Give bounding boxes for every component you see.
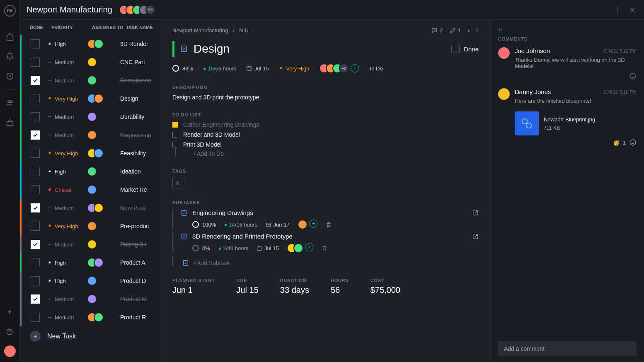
task-assigned[interactable] — [87, 221, 120, 231]
stat-subtasks[interactable]: 2 — [467, 27, 479, 34]
task-row[interactable]: Medium Product R — [20, 308, 160, 326]
planning-item[interactable]: DURATION 33 days — [280, 278, 309, 295]
col-priority[interactable]: PRIORITY — [51, 25, 92, 30]
done-checkbox[interactable] — [31, 240, 40, 249]
done-checkbox[interactable] — [31, 294, 40, 304]
done-checkbox[interactable] — [31, 130, 40, 140]
breadcrumb-id[interactable]: N-6 — [239, 27, 248, 34]
task-priority[interactable]: Very High — [47, 150, 87, 157]
add-assignee-button[interactable]: + — [351, 64, 359, 72]
task-priority[interactable]: Medium — [47, 205, 87, 211]
planning-item[interactable]: PLANNED START Jun 1 — [172, 278, 215, 295]
task-row[interactable]: Medium Durability — [20, 108, 160, 126]
planning-item[interactable]: HOURS 56 — [331, 278, 349, 295]
people-icon[interactable] — [6, 99, 14, 107]
task-assigned[interactable] — [87, 239, 120, 249]
task-row[interactable]: Very High Feasibility — [20, 144, 160, 162]
subtask-hours[interactable]: ● 2/40 hours — [218, 245, 248, 251]
task-priority[interactable]: Medium — [47, 296, 87, 302]
task-row[interactable]: High Product A — [20, 253, 160, 272]
delete-icon[interactable] — [326, 222, 332, 227]
subtask-assigned[interactable]: + — [298, 220, 317, 229]
task-row[interactable]: Very High Pre-produc — [20, 217, 160, 235]
done-checkbox[interactable] — [31, 39, 40, 48]
task-assigned[interactable] — [87, 75, 120, 85]
task-row[interactable]: Medium Engineering — [20, 126, 160, 144]
subtask-progress[interactable]: 100% — [202, 222, 216, 228]
task-row[interactable]: High Ideation — [20, 162, 160, 181]
task-priority[interactable]: High — [47, 278, 87, 284]
help-icon[interactable] — [6, 328, 14, 336]
meta-priority[interactable]: Very High — [278, 65, 309, 72]
briefcase-icon[interactable] — [6, 119, 14, 127]
task-priority[interactable]: Critical — [47, 187, 87, 193]
meta-status[interactable]: To Do — [369, 65, 383, 72]
clock-icon[interactable] — [6, 72, 14, 80]
delete-icon[interactable] — [322, 245, 327, 251]
done-checkbox[interactable] — [31, 222, 40, 231]
task-priority[interactable]: High — [47, 41, 87, 47]
task-priority[interactable]: Medium — [47, 132, 87, 138]
task-priority[interactable]: High — [47, 169, 87, 175]
done-checkbox[interactable] — [31, 313, 40, 322]
bell-icon[interactable] — [6, 52, 14, 60]
collapse-icon[interactable]: ›› — [498, 26, 637, 33]
plus-icon[interactable] — [6, 308, 14, 316]
user-avatar[interactable] — [4, 345, 16, 357]
task-row[interactable]: Medium CNC Part — [20, 53, 160, 71]
breadcrumb[interactable]: Newport Manufacturing / N-6 — [172, 27, 248, 34]
done-checkbox[interactable] — [31, 112, 40, 121]
add-assignee-button[interactable]: + — [305, 243, 313, 251]
task-row[interactable]: High Product D — [20, 272, 160, 290]
task-description[interactable]: Design and 3D print the prototype. — [172, 94, 479, 101]
add-comment-input[interactable]: Add a comment — [498, 341, 637, 356]
done-checkbox[interactable] — [31, 76, 40, 85]
task-assigned[interactable] — [87, 167, 120, 176]
task-assigned[interactable] — [87, 276, 120, 286]
attachment[interactable]: Newport Blueprint.jpg 711 KB — [515, 111, 637, 135]
task-assigned[interactable] — [87, 57, 120, 67]
task-priority[interactable]: Medium — [47, 59, 87, 65]
todo-checkbox[interactable] — [172, 142, 178, 147]
task-row[interactable]: Medium Compliance — [20, 71, 160, 89]
done-checkbox[interactable] — [31, 203, 40, 212]
task-row[interactable]: Critical Market Re — [20, 181, 160, 199]
task-assigned[interactable] — [87, 185, 120, 195]
subtask-hours[interactable]: ● 14/16 hours — [224, 222, 257, 228]
todo-checkbox[interactable] — [172, 132, 178, 138]
task-row[interactable]: High 3D Render — [20, 35, 160, 53]
task-priority[interactable]: Medium — [47, 77, 87, 84]
task-assigned[interactable] — [87, 258, 120, 268]
open-subtask-icon[interactable] — [472, 233, 479, 240]
stat-comments[interactable]: 2 — [431, 27, 443, 34]
task-priority[interactable]: High — [47, 260, 87, 266]
app-logo[interactable]: PM — [4, 5, 16, 17]
add-subtask-input[interactable]: / Add Subtask — [181, 260, 479, 266]
planning-item[interactable]: DUE Jul 15 — [236, 278, 258, 295]
add-reaction-button[interactable] — [629, 139, 637, 146]
subtask-title[interactable]: 3D Rendering and Printed Prototype — [192, 233, 293, 240]
new-task-button[interactable]: New Task — [20, 326, 160, 346]
add-reaction-button[interactable] — [629, 72, 637, 80]
task-priority[interactable]: Medium — [47, 114, 87, 120]
subtask-title[interactable]: Engineering Drawings — [192, 209, 253, 216]
task-title[interactable]: Design — [194, 42, 230, 56]
task-assigned[interactable] — [87, 294, 120, 304]
done-checkbox[interactable] — [31, 94, 40, 103]
add-todo-input[interactable]: / Add To Do — [194, 150, 224, 157]
add-tag-button[interactable]: + — [172, 178, 183, 188]
col-done[interactable]: DONE — [30, 25, 51, 30]
todo-item[interactable]: Gather Engineering Drawings — [172, 121, 479, 128]
task-priority[interactable]: Medium — [47, 241, 87, 248]
done-toggle[interactable]: Done — [451, 45, 479, 53]
subtask-due[interactable]: Jun 17 — [266, 222, 290, 228]
done-checkbox[interactable] — [31, 167, 40, 176]
task-assigned[interactable] — [87, 203, 120, 213]
subtask-due[interactable]: Jul 15 — [257, 245, 279, 251]
todo-item[interactable]: Print 3D Model — [172, 141, 479, 148]
project-members[interactable]: +4 — [119, 5, 155, 15]
task-priority[interactable]: Very High — [47, 223, 87, 229]
subtask-assigned[interactable]: + — [287, 243, 313, 253]
task-assigned[interactable] — [87, 39, 120, 49]
task-row[interactable]: Medium Product M — [20, 290, 160, 308]
